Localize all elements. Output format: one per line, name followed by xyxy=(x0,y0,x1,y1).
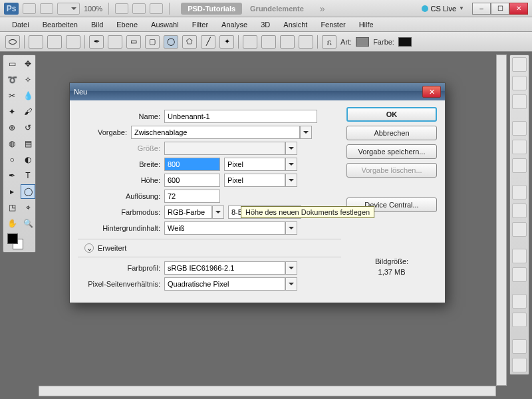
panel-icon[interactable] xyxy=(512,313,527,327)
menu-hilfe[interactable]: Hilfe xyxy=(352,19,380,31)
colorprofile-select[interactable] xyxy=(164,261,285,275)
menu-3d[interactable]: 3D xyxy=(254,19,277,31)
more-workspaces-icon[interactable]: » xyxy=(320,3,325,14)
panel-icon[interactable] xyxy=(512,294,527,309)
style-swatch[interactable] xyxy=(356,37,369,47)
panel-icon[interactable] xyxy=(512,339,527,354)
stamp-tool[interactable]: ⊕ xyxy=(5,120,19,135)
3d-tool[interactable]: ◳ xyxy=(5,200,19,215)
wand-tool[interactable]: ✧ xyxy=(21,72,35,87)
workspace-tab[interactable]: Grundelemente xyxy=(243,3,311,15)
mb-icon[interactable] xyxy=(40,3,53,14)
resolution-input[interactable] xyxy=(164,190,220,203)
marquee-tool[interactable]: ▭ xyxy=(5,57,19,71)
ok-button[interactable]: OK xyxy=(346,107,437,122)
dialog-close-button[interactable]: ✕ xyxy=(422,86,441,98)
custom-shape-icon[interactable]: ✦ xyxy=(219,35,234,49)
panel-icon[interactable] xyxy=(512,222,527,237)
panel-icon[interactable] xyxy=(512,140,527,154)
dialog-titlebar[interactable]: Neu ✕ xyxy=(70,83,445,100)
lasso-tool[interactable]: ➰ xyxy=(5,72,19,87)
menu-datei[interactable]: Datei xyxy=(5,19,36,31)
maximize-button[interactable]: ☐ xyxy=(491,3,509,15)
menu-bearbeiten[interactable]: Bearbeiten xyxy=(36,19,84,31)
panel-icon[interactable] xyxy=(512,267,527,282)
layout-dropdown[interactable] xyxy=(57,3,80,15)
chevron-down-icon[interactable] xyxy=(285,277,297,291)
menu-analyse[interactable]: Analyse xyxy=(215,19,254,31)
advanced-toggle[interactable]: ⌄ Erweitert xyxy=(84,243,341,253)
colormode-select[interactable] xyxy=(164,205,212,219)
ellipse-icon[interactable]: ◯ xyxy=(164,35,178,49)
horizontal-scrollbar[interactable] xyxy=(39,386,496,396)
width-unit-select[interactable] xyxy=(224,158,285,171)
extras-icon[interactable] xyxy=(132,3,146,14)
menu-bild[interactable]: Bild xyxy=(84,19,110,31)
panel-icon[interactable] xyxy=(512,249,527,263)
link-icon[interactable]: ⎌ xyxy=(322,35,336,49)
path-mode-icon[interactable] xyxy=(47,35,62,49)
vertical-scrollbar[interactable] xyxy=(496,55,507,386)
gradient-tool[interactable]: ▤ xyxy=(21,136,35,151)
cancel-button[interactable]: Abbrechen xyxy=(346,126,437,140)
line-icon[interactable]: ╱ xyxy=(201,35,215,49)
color-swatches[interactable] xyxy=(5,232,35,251)
shape-tool[interactable]: ◯ xyxy=(21,184,35,199)
heal-tool[interactable]: ✦ xyxy=(5,104,19,119)
pen-tool[interactable]: ✒ xyxy=(5,168,19,183)
path-new-icon[interactable] xyxy=(29,35,43,49)
combine-subtract-icon[interactable] xyxy=(261,35,276,49)
chevron-down-icon[interactable] xyxy=(285,174,297,187)
type-tool[interactable]: T xyxy=(21,168,35,183)
rect-icon[interactable]: ▭ xyxy=(126,35,141,49)
menu-ebene[interactable]: Ebene xyxy=(110,19,144,31)
cs-live-menu[interactable]: CS Live ▼ xyxy=(422,5,464,13)
blur-tool[interactable]: ○ xyxy=(5,152,19,167)
br-icon[interactable] xyxy=(23,3,36,14)
move-tool[interactable]: ✥ xyxy=(21,57,35,71)
rounded-rect-icon[interactable]: ▢ xyxy=(145,35,160,49)
background-select[interactable] xyxy=(164,221,285,235)
panel-icon[interactable] xyxy=(512,121,527,136)
menu-filter[interactable]: Filter xyxy=(186,19,215,31)
preset-select[interactable] xyxy=(131,126,300,139)
polygon-icon[interactable]: ⬠ xyxy=(182,35,197,49)
workspace-tab-active[interactable]: PSD-Tutorials xyxy=(181,3,242,15)
zoom-tool[interactable]: 🔍 xyxy=(21,216,35,231)
fill-pixels-icon[interactable] xyxy=(66,35,80,49)
chevron-down-icon[interactable] xyxy=(285,221,297,235)
view-tool-icon[interactable] xyxy=(115,3,128,14)
save-preset-button[interactable]: Vorgabe speichern... xyxy=(346,144,437,159)
screen-mode-icon[interactable] xyxy=(150,3,163,14)
chevron-down-icon[interactable] xyxy=(212,205,224,219)
menu-auswahl[interactable]: Auswahl xyxy=(144,19,186,31)
height-input[interactable] xyxy=(164,174,220,187)
pixelaspect-select[interactable] xyxy=(164,277,285,291)
hand-tool[interactable]: ✋ xyxy=(5,216,19,231)
panel-icon[interactable] xyxy=(512,203,527,218)
current-tool-icon[interactable] xyxy=(5,35,20,49)
color-swatch[interactable] xyxy=(398,37,412,47)
panel-icon[interactable] xyxy=(512,185,527,200)
menu-fenster[interactable]: Fenster xyxy=(314,19,352,31)
eraser-tool[interactable]: ◍ xyxy=(5,136,19,151)
dodge-tool[interactable]: ◐ xyxy=(21,152,35,167)
menu-ansicht[interactable]: Ansicht xyxy=(277,19,314,31)
freeform-icon[interactable] xyxy=(108,35,122,49)
chevron-down-icon[interactable] xyxy=(285,158,297,171)
panel-icon[interactable] xyxy=(512,76,527,90)
chevron-down-icon[interactable] xyxy=(285,261,297,275)
crop-tool[interactable]: ✂ xyxy=(5,88,19,103)
name-input[interactable] xyxy=(164,110,317,123)
panel-icon[interactable] xyxy=(512,57,527,72)
3d-camera-tool[interactable]: ⌖ xyxy=(21,200,35,215)
pen-icon[interactable]: ✒ xyxy=(89,35,104,49)
eyedropper-tool[interactable]: 💧 xyxy=(21,88,35,103)
panel-icon[interactable] xyxy=(512,358,527,372)
brush-tool[interactable]: 🖌 xyxy=(21,104,35,119)
history-brush-tool[interactable]: ↺ xyxy=(21,120,35,135)
height-unit-select[interactable] xyxy=(224,174,285,187)
panel-icon[interactable] xyxy=(512,94,527,109)
width-input[interactable] xyxy=(164,158,220,171)
panel-icon[interactable] xyxy=(512,158,527,173)
